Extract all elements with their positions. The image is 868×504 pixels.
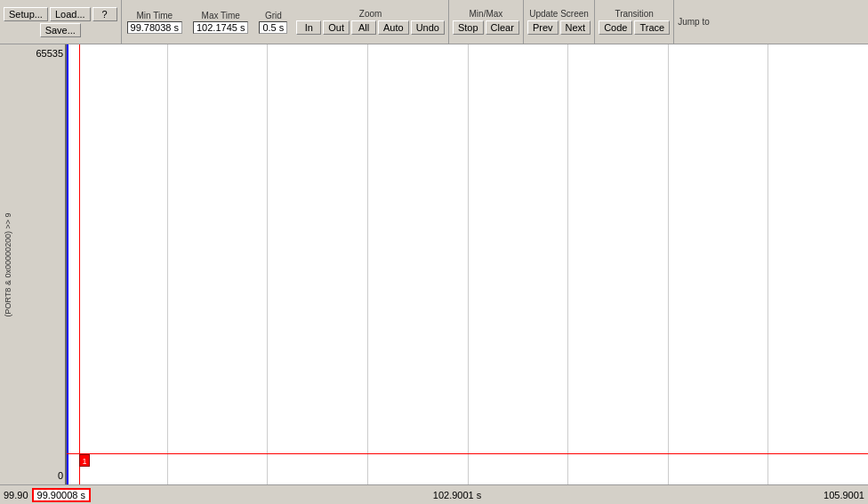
transition-group: Transition Code Trace [595, 0, 674, 44]
grid-line-6 [668, 44, 669, 484]
blue-cursor [67, 44, 68, 484]
grid-group: Grid 0.5 s [253, 0, 293, 44]
zoom-in-button[interactable]: In [296, 20, 321, 35]
file-group: Setup... Load... ? Save... [0, 0, 122, 44]
grid-value: 0.5 s [259, 21, 287, 34]
min-time-group: Min Time 99.78038 s [122, 0, 188, 44]
signal-panel: 65535 (PORT8 & 0x00000200) >> 9 0 [0, 44, 67, 484]
grid-line-3 [367, 44, 368, 484]
jump-to-label: Jump to [678, 17, 710, 27]
status-cursor-time: 99.90008 s [32, 488, 91, 502]
grid-line-4 [468, 44, 469, 484]
help-button[interactable]: ? [92, 7, 117, 21]
trace-button[interactable]: Trace [634, 20, 670, 35]
zoom-out-button[interactable]: Out [323, 20, 350, 35]
status-right: 105.9001 [824, 490, 864, 500]
prev-button[interactable]: Prev [527, 20, 559, 35]
red-v-cursor [79, 44, 80, 484]
status-left: 99.90 99.90008 s [4, 488, 91, 502]
signal-bottom-value: 0 [2, 470, 63, 481]
status-right-time: 105.9001 [824, 490, 864, 500]
load-button[interactable]: Load... [50, 7, 91, 21]
zoom-auto-button[interactable]: Auto [378, 20, 409, 35]
code-button[interactable]: Code [599, 20, 632, 35]
grid-line-1 [167, 44, 168, 484]
status-bar: 99.90 99.90008 s 102.9001 s 105.9001 [0, 484, 868, 504]
minmax-label: Min/Max [470, 9, 503, 19]
status-mid: 102.9001 s [433, 490, 481, 500]
stop-button[interactable]: Stop [453, 20, 484, 35]
min-time-label: Min Time [137, 11, 173, 20]
zoom-group: Zoom In Out All Auto Undo [293, 0, 449, 44]
waveform-area[interactable]: 1 [67, 44, 868, 484]
max-time-group: Max Time 102.1745 s [188, 0, 253, 44]
minmax-group: Min/Max Stop Clear [449, 0, 524, 44]
main-area: 65535 (PORT8 & 0x00000200) >> 9 0 1 [0, 44, 868, 484]
clear-button[interactable]: Clear [486, 20, 519, 35]
signal-marker: 1 [79, 454, 90, 467]
status-mid-time: 102.9001 s [433, 490, 481, 500]
signal-label: (PORT8 & 0x00000200) >> 9 [4, 212, 12, 316]
next-button[interactable]: Next [560, 20, 591, 35]
update-screen-label: Update Screen [529, 9, 589, 19]
min-time-value: 99.78038 s [127, 21, 182, 34]
grid-line-2 [267, 44, 268, 484]
max-time-value: 102.1745 s [193, 21, 248, 34]
grid-label: Grid [265, 11, 282, 20]
transition-label: Transition [615, 9, 654, 19]
setup-button[interactable]: Setup... [4, 7, 48, 21]
red-h-line [67, 453, 868, 454]
status-left-time: 99.90 [4, 490, 32, 500]
zoom-all-button[interactable]: All [351, 20, 376, 35]
jump-to-group: Jump to [674, 0, 713, 44]
zoom-label: Zoom [359, 9, 382, 19]
zoom-undo-button[interactable]: Undo [411, 20, 445, 35]
update-screen-group: Update Screen Prev Next [524, 0, 595, 44]
grid-line-5 [567, 44, 568, 484]
toolbar: Setup... Load... ? Save... Min Time 99.7… [0, 0, 868, 44]
save-button[interactable]: Save... [40, 23, 81, 37]
grid-line-7 [768, 44, 768, 484]
max-time-label: Max Time [202, 11, 240, 20]
signal-top-value: 65535 [2, 48, 63, 59]
